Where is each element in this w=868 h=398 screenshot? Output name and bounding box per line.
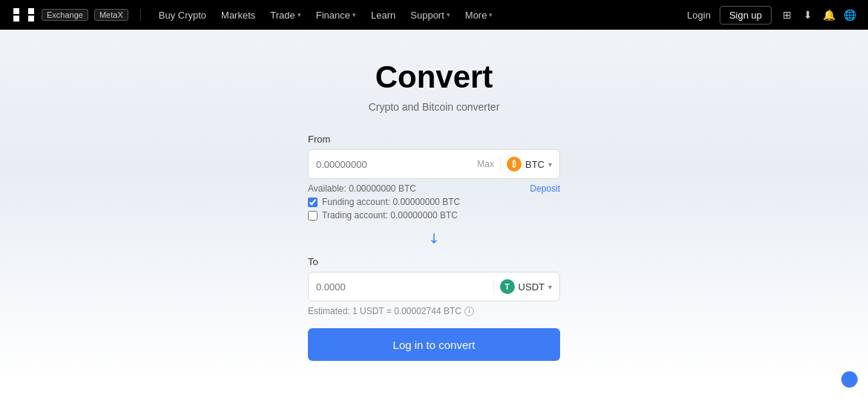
download-icon[interactable]: ⬇	[801, 8, 815, 22]
nav-markets[interactable]: Markets	[215, 7, 261, 24]
hero-subtitle: Crypto and Bitcoin converter	[0, 101, 868, 113]
from-input[interactable]	[316, 159, 471, 170]
svg-rect-0	[13, 8, 19, 14]
to-token-chevron: ▾	[548, 283, 552, 291]
about-section: About Convert	[0, 383, 868, 398]
funding-account-checkbox[interactable]	[308, 198, 318, 207]
finance-chevron: ▾	[352, 11, 356, 19]
svg-rect-3	[13, 16, 19, 22]
nav-divider	[140, 9, 141, 21]
nav-finance[interactable]: Finance▾	[310, 7, 362, 24]
trading-account-checkbox[interactable]	[308, 211, 318, 221]
exchange-badge[interactable]: Exchange	[42, 9, 88, 21]
page-title: Convert	[0, 59, 868, 95]
circle-indicator[interactable]	[841, 371, 858, 388]
info-icon[interactable]: i	[464, 307, 474, 316]
from-token-chevron: ▾	[548, 160, 552, 169]
swap-row	[308, 228, 560, 249]
deposit-link[interactable]: Deposit	[530, 183, 560, 194]
hero-section: Convert Crypto and Bitcoin converter Fro…	[0, 30, 868, 383]
to-token-selector[interactable]: T USDT ▾	[493, 279, 552, 294]
nav-learn[interactable]: Learn	[365, 7, 401, 24]
available-row: Available: 0.00000000 BTC Deposit	[308, 183, 560, 194]
estimated-text: Estimated: 1 USDT = 0.00002744 BTC i	[308, 306, 560, 316]
grid-icon[interactable]: ⊞	[780, 8, 794, 22]
svg-rect-2	[28, 8, 34, 14]
svg-rect-5	[28, 16, 34, 22]
from-input-row: Max ₿ BTC ▾	[308, 149, 560, 179]
to-label: To	[308, 256, 560, 267]
funding-account-label: Funding account: 0.00000000 BTC	[322, 197, 460, 207]
funding-account-row: Funding account: 0.00000000 BTC	[308, 197, 560, 207]
logo-area: Exchange MetaX	[12, 7, 128, 22]
to-input[interactable]	[316, 281, 487, 293]
to-token-name: USDT	[519, 281, 545, 293]
nav-more[interactable]: More▾	[459, 7, 499, 24]
signup-button[interactable]: Sign up	[720, 6, 772, 25]
nav-trade[interactable]: Trade▾	[264, 7, 306, 24]
bell-icon[interactable]: 🔔	[822, 8, 835, 22]
metax-badge[interactable]: MetaX	[94, 9, 128, 21]
support-chevron: ▾	[447, 11, 450, 19]
from-token-selector[interactable]: ₿ BTC ▾	[500, 157, 552, 172]
convert-card: From Max ₿ BTC ▾ Available: 0.00000000 B…	[308, 134, 560, 361]
svg-rect-6	[21, 8, 27, 14]
max-button[interactable]: Max	[477, 159, 494, 169]
main-content: Convert Crypto and Bitcoin converter Fro…	[0, 30, 868, 398]
svg-rect-7	[21, 16, 27, 22]
login-link[interactable]: Login	[687, 10, 711, 21]
available-text: Available: 0.00000000 BTC	[308, 183, 416, 194]
login-to-convert-button[interactable]: Log in to convert	[308, 328, 560, 361]
nav-icon-group: ⊞ ⬇ 🔔 🌐	[780, 8, 856, 22]
btc-icon: ₿	[507, 157, 522, 172]
nav-right: Login Sign up ⊞ ⬇ 🔔 🌐	[687, 6, 856, 25]
usdt-icon: T	[500, 279, 515, 294]
globe-icon[interactable]: 🌐	[843, 8, 856, 22]
nav-links: Buy Crypto Markets Trade▾ Finance▾ Learn…	[153, 7, 678, 24]
more-chevron: ▾	[489, 11, 493, 19]
navbar: Exchange MetaX Buy Crypto Markets Trade▾…	[0, 0, 868, 30]
from-token-name: BTC	[525, 159, 545, 170]
to-section: To T USDT ▾ Estimated: 1 USDT = 0.000027…	[308, 256, 560, 316]
swap-button[interactable]	[424, 228, 444, 249]
okx-logo[interactable]	[12, 7, 36, 22]
trading-account-label: Trading account: 0.00000000 BTC	[322, 210, 458, 221]
trade-chevron: ▾	[297, 11, 301, 19]
nav-support[interactable]: Support▾	[404, 7, 456, 24]
trading-account-row: Trading account: 0.00000000 BTC	[308, 210, 560, 221]
nav-buy-crypto[interactable]: Buy Crypto	[153, 7, 212, 24]
from-label: From	[308, 134, 560, 145]
to-input-row: T USDT ▾	[308, 272, 560, 301]
